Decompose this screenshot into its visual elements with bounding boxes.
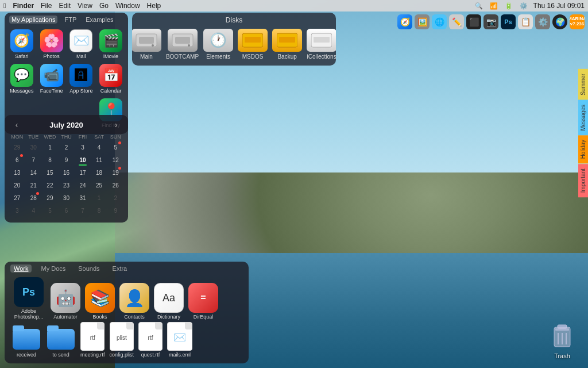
edit-menu[interactable]: Edit: [59, 2, 71, 10]
cal-day-today[interactable]: 10: [76, 154, 89, 166]
side-tab-summer[interactable]: Summer: [578, 69, 588, 100]
bottom-icon-dictionary[interactable]: Aa Dictionary: [154, 283, 184, 320]
finder-icon[interactable]: 🔍: [474, 1, 484, 10]
cal-day[interactable]: 5: [109, 141, 122, 154]
cal-day[interactable]: 16: [60, 166, 72, 179]
cal-day[interactable]: 9: [60, 154, 72, 166]
cal-day[interactable]: 7: [27, 154, 40, 166]
cal-day[interactable]: 26: [109, 179, 122, 191]
app-photos[interactable]: 🌸 Photos: [39, 29, 64, 59]
cal-day[interactable]: 4: [93, 141, 106, 154]
apps-tab-myapps[interactable]: My Applications: [9, 16, 57, 24]
apps-tab-ftp[interactable]: FTP: [62, 16, 79, 24]
cal-day[interactable]: 6: [11, 154, 24, 166]
go-menu[interactable]: Go: [99, 2, 109, 10]
toolbar-icon6[interactable]: 📷: [483, 14, 498, 29]
bottom-tab-work[interactable]: Work: [10, 264, 32, 273]
cal-day[interactable]: 19: [109, 166, 122, 179]
cal-day[interactable]: 30: [60, 191, 72, 204]
bottom-icon-received[interactable]: received: [11, 325, 41, 358]
cal-day[interactable]: 15: [44, 166, 56, 179]
cal-day[interactable]: 6: [60, 204, 72, 217]
cal-day[interactable]: 13: [11, 166, 24, 179]
bottom-icon-automator[interactable]: 🤖 Automator: [51, 283, 80, 320]
toolbar-safari[interactable]: 🧭: [397, 14, 412, 29]
cal-day[interactable]: 24: [76, 179, 89, 191]
cal-day[interactable]: 8: [44, 154, 56, 166]
cal-day[interactable]: 21: [27, 179, 40, 191]
bottom-icon-books[interactable]: 📚 Books: [85, 283, 115, 320]
bottom-icon-photoshop[interactable]: Ps Adobe Photoshop...: [11, 277, 46, 320]
cal-day[interactable]: 7: [76, 204, 89, 217]
bottom-icon-direqual[interactable]: = DirEqual: [188, 283, 218, 320]
cal-next-button[interactable]: ›: [111, 120, 121, 130]
view-menu[interactable]: View: [78, 2, 92, 10]
cal-day[interactable]: 9: [109, 204, 122, 217]
app-imovie[interactable]: 🎬 iMovie: [98, 29, 123, 59]
cal-day[interactable]: 5: [44, 204, 56, 217]
toolbar-icon4[interactable]: ✏️: [449, 14, 464, 29]
cal-day[interactable]: 29: [11, 141, 24, 154]
bottom-tab-sounds[interactable]: Sounds: [75, 264, 103, 273]
file-menu[interactable]: File: [41, 2, 52, 10]
wifi-icon[interactable]: 📶: [489, 1, 499, 10]
cal-day[interactable]: 3: [11, 204, 24, 217]
disk-backup[interactable]: Backup: [272, 29, 302, 60]
app-calendar[interactable]: 📅 Calendar: [98, 64, 123, 94]
cal-day[interactable]: 4: [27, 204, 40, 217]
apps-tab-examples[interactable]: Examples: [83, 16, 115, 24]
toolbar-icon10[interactable]: 🌍: [552, 14, 567, 29]
cal-day[interactable]: 3: [76, 141, 89, 154]
app-facetime[interactable]: 📹 FaceTime: [39, 64, 64, 94]
cal-day[interactable]: 29: [44, 191, 56, 204]
cal-day[interactable]: 1: [44, 141, 56, 154]
trash[interactable]: Trash: [551, 323, 574, 359]
toolbar-icon9[interactable]: ⚙️: [535, 14, 550, 29]
toolbar-terminal[interactable]: ⬛: [466, 14, 481, 29]
cal-day[interactable]: 30: [27, 141, 40, 154]
app-mail[interactable]: ✉️ Mail: [69, 29, 94, 59]
cal-day[interactable]: 28: [27, 191, 40, 204]
bottom-icon-mailseml[interactable]: ✉️ mails.eml: [167, 322, 192, 358]
disk-msdos[interactable]: MSDOS: [238, 29, 268, 60]
app-safari[interactable]: 🧭 Safari: [9, 29, 34, 59]
disk-bootcamp[interactable]: BOOTCAMP: [166, 29, 199, 60]
bottom-icon-meetingrtf[interactable]: rtf meeting.rtf: [80, 322, 105, 358]
cal-day[interactable]: 11: [93, 154, 106, 166]
cal-day[interactable]: 14: [27, 166, 40, 179]
app-messages[interactable]: 💬 Messages: [9, 64, 34, 94]
control-center-icon[interactable]: ⚙️: [519, 1, 529, 10]
cal-day[interactable]: 18: [93, 166, 106, 179]
bottom-icon-contacts[interactable]: 👤 Contacts: [119, 283, 149, 320]
disk-elements[interactable]: 🕐 Elements: [203, 29, 233, 60]
cal-day[interactable]: 31: [76, 191, 89, 204]
bottom-icon-questrtf[interactable]: rtf quest.rtf: [138, 322, 163, 358]
bottom-tab-mydocs[interactable]: My Docs: [37, 264, 69, 273]
bottom-icon-tosend[interactable]: to send: [46, 325, 76, 358]
bottom-icon-configplist[interactable]: plist config.plist: [110, 322, 134, 358]
cal-prev-button[interactable]: ‹: [11, 120, 22, 130]
toolbar-icon2[interactable]: 🖼️: [415, 14, 430, 29]
app-appstore[interactable]: 🅰 App Store: [69, 64, 94, 94]
bottom-tab-extra[interactable]: Extra: [109, 264, 131, 273]
help-menu[interactable]: Help: [147, 2, 161, 10]
side-tab-messages[interactable]: Messages: [578, 100, 588, 136]
cal-day[interactable]: 17: [76, 166, 89, 179]
window-menu[interactable]: Window: [115, 2, 140, 10]
apple-menu[interactable]: : [3, 2, 6, 10]
disk-icollections[interactable]: iCollections: [307, 29, 336, 60]
cal-day[interactable]: 1: [93, 191, 106, 204]
battery-icon[interactable]: 🔋: [504, 1, 514, 10]
cal-day[interactable]: 2: [60, 141, 72, 154]
cal-day[interactable]: 22: [44, 179, 56, 191]
side-tab-important[interactable]: Important: [578, 164, 588, 197]
cal-day[interactable]: 23: [60, 179, 72, 191]
toolbar-ps[interactable]: Ps: [501, 14, 516, 29]
cal-day[interactable]: 8: [93, 204, 106, 217]
cal-day[interactable]: 2: [109, 191, 122, 204]
cal-day[interactable]: 27: [11, 191, 24, 204]
cal-day[interactable]: 20: [11, 179, 24, 191]
cal-day[interactable]: 25: [93, 179, 106, 191]
disk-main[interactable]: Main: [132, 29, 161, 60]
cal-day[interactable]: 12: [109, 154, 122, 166]
